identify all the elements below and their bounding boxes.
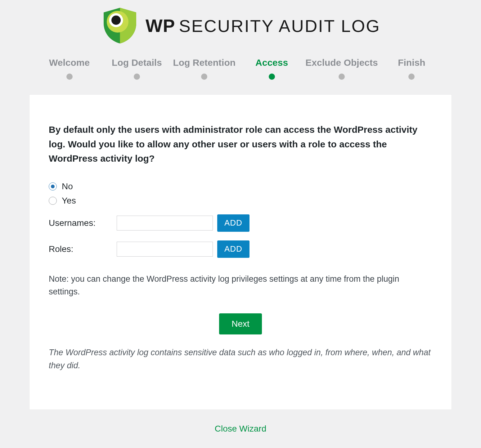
step-log-retention[interactable]: Log Retention: [171, 57, 238, 80]
usernames-label: Usernames:: [49, 218, 112, 228]
step-label: Welcome: [36, 57, 103, 68]
step-dot-icon: [66, 74, 73, 80]
brand-text: WP SECURITY AUDIT LOG: [146, 15, 380, 36]
brand-text-rest: SECURITY AUDIT LOG: [179, 16, 380, 36]
brand-text-wp: WP: [146, 15, 175, 36]
step-finish[interactable]: Finish: [378, 57, 445, 80]
brand-logo: WP SECURITY AUDIT LOG: [29, 0, 452, 57]
close-wizard-link[interactable]: Close Wizard: [215, 424, 266, 433]
svg-point-2: [111, 16, 121, 25]
usernames-input[interactable]: [117, 216, 213, 231]
step-log-details[interactable]: Log Details: [103, 57, 170, 80]
step-dot-icon: [269, 74, 275, 80]
option-no-row[interactable]: No: [49, 181, 432, 191]
option-no-radio[interactable]: [49, 182, 57, 190]
roles-add-button[interactable]: ADD: [217, 240, 249, 258]
step-label: Finish: [378, 57, 445, 68]
roles-row: Roles: ADD: [49, 240, 432, 258]
sensitive-data-disclaimer: The WordPress activity log contains sens…: [49, 346, 432, 372]
step-label: Access: [238, 57, 305, 68]
step-label: Log Retention: [171, 57, 238, 68]
step-label: Exclude Objects: [305, 57, 378, 68]
wizard-question: By default only the users with administr…: [49, 123, 432, 166]
roles-label: Roles:: [49, 244, 112, 254]
wizard-card: By default only the users with administr…: [29, 95, 452, 410]
step-dot-icon: [408, 74, 415, 80]
wizard-steps: Welcome Log Details Log Retention Access…: [29, 57, 452, 95]
option-yes-radio[interactable]: [49, 197, 57, 205]
step-dot-icon: [339, 74, 345, 80]
shield-eye-icon: [101, 6, 139, 45]
step-label: Log Details: [103, 57, 170, 68]
step-access[interactable]: Access: [238, 57, 305, 80]
step-welcome[interactable]: Welcome: [36, 57, 103, 80]
next-button[interactable]: Next: [219, 313, 262, 334]
usernames-row: Usernames: ADD: [49, 214, 432, 232]
usernames-add-button[interactable]: ADD: [217, 214, 249, 232]
step-exclude-objects[interactable]: Exclude Objects: [305, 57, 378, 80]
roles-input[interactable]: [117, 242, 213, 257]
step-dot-icon: [134, 74, 140, 80]
step-dot-icon: [201, 74, 207, 80]
privileges-note: Note: you can change the WordPress activ…: [49, 273, 432, 299]
option-no-label[interactable]: No: [62, 181, 73, 191]
option-yes-row[interactable]: Yes: [49, 196, 432, 206]
option-yes-label[interactable]: Yes: [62, 196, 76, 206]
